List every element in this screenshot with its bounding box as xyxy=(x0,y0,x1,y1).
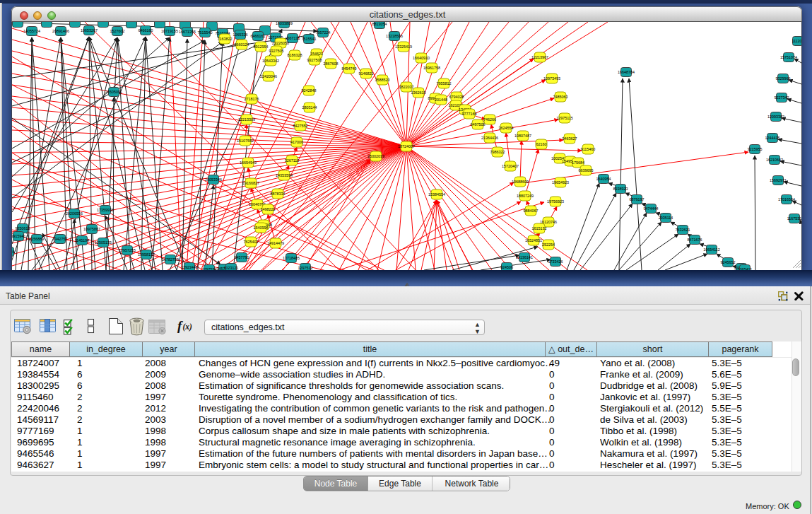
svg-text:6466160: 6466160 xyxy=(139,28,153,33)
svg-text:10958137: 10958137 xyxy=(138,252,155,257)
svg-text:1244415: 1244415 xyxy=(765,136,780,140)
svg-text:7955812: 7955812 xyxy=(437,81,452,86)
svg-text:175684: 175684 xyxy=(572,160,584,165)
svg-text:1615132: 1615132 xyxy=(532,226,547,230)
svg-text:16640910: 16640910 xyxy=(413,56,430,60)
svg-text:924506: 924506 xyxy=(500,265,513,269)
svg-text:12213309: 12213309 xyxy=(238,117,255,122)
svg-text:9463627: 9463627 xyxy=(563,136,577,141)
svg-text:2803144: 2803144 xyxy=(302,105,317,110)
svg-text:10654112: 10654112 xyxy=(703,247,720,252)
svg-text:20891406: 20891406 xyxy=(52,29,69,33)
svg-text:9242848: 9242848 xyxy=(302,88,317,93)
svg-text:9245652: 9245652 xyxy=(721,260,736,264)
svg-text:12975115: 12975115 xyxy=(556,116,573,120)
svg-text:16107552: 16107552 xyxy=(237,139,254,143)
svg-text:19654923: 19654923 xyxy=(552,180,569,185)
svg-text:2935114: 2935114 xyxy=(659,216,673,220)
svg-text:6879197: 6879197 xyxy=(630,197,645,201)
svg-text:16961758: 16961758 xyxy=(423,66,440,70)
svg-text:1362615: 1362615 xyxy=(411,90,426,95)
svg-text:12213967: 12213967 xyxy=(531,55,548,59)
svg-text:1156889: 1156889 xyxy=(30,237,45,241)
svg-text:2718176: 2718176 xyxy=(245,97,259,101)
svg-text:9457791: 9457791 xyxy=(235,255,249,259)
svg-text:7163822: 7163822 xyxy=(218,37,233,41)
svg-text:(x): (x) xyxy=(183,322,193,332)
svg-text:16654943: 16654943 xyxy=(240,160,257,165)
svg-text:10543342: 10543342 xyxy=(262,59,279,63)
svg-text:6639695: 6639695 xyxy=(579,168,594,173)
svg-text:16033809: 16033809 xyxy=(276,22,293,25)
svg-text:15384554: 15384554 xyxy=(428,192,445,197)
svg-text:13718485: 13718485 xyxy=(283,256,300,260)
svg-text:7515540: 7515540 xyxy=(198,30,213,35)
svg-text:23226058: 23226058 xyxy=(272,41,289,45)
svg-text:18807249: 18807249 xyxy=(517,194,534,198)
svg-text:2942757: 2942757 xyxy=(53,237,68,241)
svg-text:8660124: 8660124 xyxy=(235,42,249,47)
svg-text:1640954: 1640954 xyxy=(596,177,611,181)
svg-text:16524851: 16524851 xyxy=(525,238,542,243)
svg-text:7632621: 7632621 xyxy=(676,228,690,232)
svg-text:2867608: 2867608 xyxy=(324,62,339,66)
svg-text:26505091: 26505091 xyxy=(105,90,122,94)
svg-text:9327508: 9327508 xyxy=(307,58,322,62)
svg-text:9777169: 9777169 xyxy=(462,112,477,116)
svg-text:1065326: 1065326 xyxy=(233,33,248,37)
svg-text:17359938: 17359938 xyxy=(97,208,114,212)
svg-text:1733426: 1733426 xyxy=(548,259,563,264)
svg-text:6466161: 6466161 xyxy=(251,34,266,38)
svg-text:20206556: 20206556 xyxy=(66,211,83,216)
svg-text:417006: 417006 xyxy=(290,140,303,144)
svg-text:15720407: 15720407 xyxy=(502,164,519,168)
svg-text:16782759: 16782759 xyxy=(162,257,179,262)
svg-text:12923446: 12923446 xyxy=(181,265,198,269)
svg-text:14914479: 14914479 xyxy=(267,241,284,245)
svg-text:14353594: 14353594 xyxy=(276,173,293,177)
svg-text:201448: 201448 xyxy=(435,98,447,102)
svg-text:9146821: 9146821 xyxy=(359,71,374,76)
svg-text:8454749: 8454749 xyxy=(342,66,357,71)
svg-text:746266: 746266 xyxy=(483,117,496,122)
svg-text:19166827: 19166827 xyxy=(242,181,259,185)
svg-text:19756923: 19756923 xyxy=(547,199,564,204)
svg-text:14055724: 14055724 xyxy=(23,29,40,33)
svg-text:111207: 111207 xyxy=(792,39,801,43)
svg-text:16648784: 16648784 xyxy=(618,70,635,74)
svg-text:13325419: 13325419 xyxy=(395,45,412,49)
svg-text:1667135: 1667135 xyxy=(286,36,300,40)
svg-text:10807487: 10807487 xyxy=(514,134,531,138)
svg-text:8427552: 8427552 xyxy=(293,124,308,128)
svg-text:25302033: 25302033 xyxy=(367,154,384,158)
svg-text:9327505: 9327505 xyxy=(269,49,284,53)
svg-text:6497508: 6497508 xyxy=(471,122,486,127)
svg-text:16210643: 16210643 xyxy=(766,158,783,162)
svg-text:12093382: 12093382 xyxy=(767,115,784,119)
svg-text:12505135: 12505135 xyxy=(95,240,112,245)
svg-text:22420046: 22420046 xyxy=(260,74,277,78)
svg-text:3267110: 3267110 xyxy=(285,158,300,163)
svg-text:3915941: 3915941 xyxy=(12,234,26,238)
svg-text:10973493: 10973493 xyxy=(543,76,560,81)
svg-text:3215955: 3215955 xyxy=(748,147,763,151)
svg-text:8912954: 8912954 xyxy=(254,45,269,49)
svg-text:6794028: 6794028 xyxy=(449,95,464,99)
svg-text:8938923: 8938923 xyxy=(613,187,628,191)
svg-text:1145194: 1145194 xyxy=(75,238,90,243)
svg-text:1822037: 1822037 xyxy=(399,85,414,89)
svg-text:9474444: 9474444 xyxy=(644,206,659,211)
svg-text:3624554: 3624554 xyxy=(499,126,514,130)
svg-text:9350612: 9350612 xyxy=(16,226,30,230)
svg-text:17957255: 17957255 xyxy=(119,248,136,252)
svg-text:21364436: 21364436 xyxy=(481,136,498,140)
svg-text:13218506: 13218506 xyxy=(386,34,403,38)
svg-text:1540994: 1540994 xyxy=(254,226,269,230)
svg-text:9115460: 9115460 xyxy=(581,147,596,151)
svg-text:10653267: 10653267 xyxy=(81,28,98,33)
svg-text:1498222: 1498222 xyxy=(261,207,276,211)
svg-text:9227342: 9227342 xyxy=(775,95,789,100)
svg-text:9329966: 9329966 xyxy=(776,76,791,81)
svg-text:1588520: 1588520 xyxy=(375,78,390,82)
svg-text:18724007: 18724007 xyxy=(398,144,415,148)
